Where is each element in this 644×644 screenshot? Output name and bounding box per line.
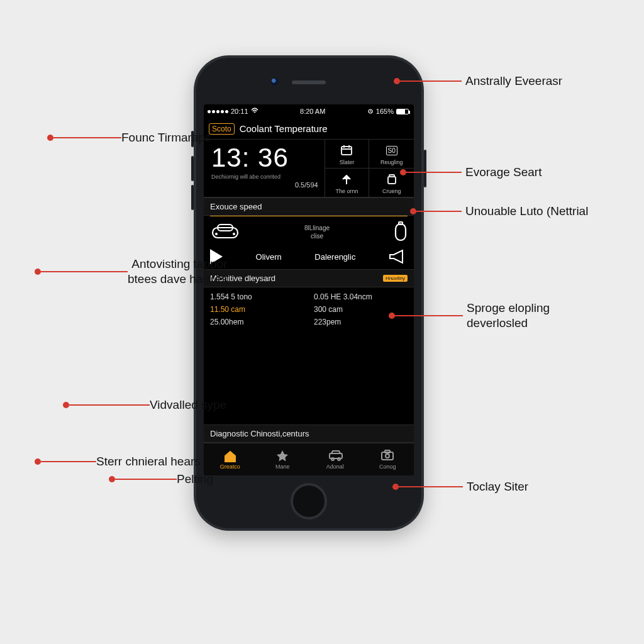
alarm-icon xyxy=(367,108,374,115)
speed-word-left[interactable]: Olivern xyxy=(256,252,282,262)
section-title: Diagnostic Chinosti,centurs xyxy=(210,429,309,438)
speed-panel: 8lLlinage clise Olivern Dalerenglic xyxy=(204,216,414,269)
svg-rect-2 xyxy=(388,177,396,184)
statusbar-battery-pct: 165% xyxy=(376,108,394,115)
statusbar-time-left: 20:11 xyxy=(231,108,248,115)
callout-unou: Unouable Luto (Nettrial xyxy=(410,204,588,219)
volume-up[interactable] xyxy=(191,156,194,181)
tile-label: Slater xyxy=(340,159,355,165)
tile-label: The ornn xyxy=(335,188,358,194)
callout-tocl: Toclay Siter xyxy=(392,479,528,494)
so-box-icon: S0 xyxy=(385,143,399,157)
clock-row: 13: 36 Dechiornig will abe conrited 0.5/… xyxy=(204,140,414,197)
stat-value: 11.50 cam xyxy=(210,305,304,314)
callout-vidv: Vidvalled sype xyxy=(63,397,230,413)
stat-value: 1.554 5 tono xyxy=(210,292,304,301)
status-bar: 20:11 8:20 AM 165% xyxy=(204,104,414,118)
tab-label: Conog xyxy=(379,464,396,470)
svg-rect-8 xyxy=(396,224,406,240)
svg-rect-1 xyxy=(341,147,352,155)
section-title: Exouce speed xyxy=(210,202,262,211)
camera-icon xyxy=(380,450,394,462)
section-badge[interactable]: Hnuvitny xyxy=(383,275,408,282)
tab-favorites[interactable]: Mane xyxy=(257,443,309,475)
clock-panel: 13: 36 Dechiornig will abe conrited 0.5/… xyxy=(204,140,325,197)
svg-rect-3 xyxy=(389,175,394,177)
svg-point-6 xyxy=(215,233,218,235)
callout-sterr: Sterr chnieral hears xyxy=(35,454,204,469)
tab-camera[interactable]: Conog xyxy=(362,443,414,475)
callout-anto: Antovisting tappor btees dave harrres xyxy=(35,257,231,287)
clock-ratio: 0.5/594 xyxy=(211,181,318,189)
phone-frame: 20:11 8:20 AM 165% Scoto Coolant Tempera… xyxy=(194,55,424,531)
wifi-icon xyxy=(251,108,258,115)
battery-icon xyxy=(396,109,409,114)
stat-value: 25.00hem xyxy=(210,318,304,326)
stats-col-left: 1.554 5 tono 11.50 cam 25.00hem xyxy=(210,292,304,326)
tab-home[interactable]: Greatco xyxy=(204,443,257,475)
svg-point-7 xyxy=(233,233,235,235)
section-header-speed: Exouce speed xyxy=(204,197,414,216)
jar-icon xyxy=(385,172,399,186)
phone-screen: 20:11 8:20 AM 165% Scoto Coolant Tempera… xyxy=(204,104,414,475)
megaphone-icon[interactable] xyxy=(389,249,408,264)
stat-value: 0.05 HE 3.04ncm xyxy=(314,292,408,301)
signal-dots-icon xyxy=(208,110,228,113)
clock-value: 13: 36 xyxy=(211,145,318,171)
section-header-monitive: Mionitive dleysard Hnuvitny xyxy=(204,269,414,287)
tab-vehicle[interactable]: Adonal xyxy=(309,443,362,475)
section-header-diag: Diagnostic Chinosti,centurs xyxy=(204,425,414,443)
tile-label: Crueng xyxy=(382,188,401,194)
svg-point-14 xyxy=(386,454,389,458)
home-button[interactable] xyxy=(291,483,327,519)
tile-slater[interactable]: Slater xyxy=(325,140,370,169)
tile-theornn[interactable]: The ornn xyxy=(325,169,370,197)
speed-mid: 8lLlinage clise xyxy=(304,224,330,240)
arrow-up-icon xyxy=(340,172,353,186)
callout-anstr: Anstrally Eveerasr xyxy=(394,74,562,89)
volume-down[interactable] xyxy=(191,185,194,210)
stats-grid: 1.554 5 tono 11.50 cam 25.00hem 0.05 HE … xyxy=(204,287,414,329)
car-icon xyxy=(328,450,342,462)
car-front-icon[interactable] xyxy=(210,223,240,242)
earpiece-speaker xyxy=(292,80,326,84)
statusbar-time-center: 8:20 AM xyxy=(300,108,325,115)
front-camera xyxy=(271,78,279,86)
page-title: Coolant Temperature xyxy=(240,123,328,134)
calendar-icon xyxy=(340,143,353,157)
tab-label: Adonal xyxy=(326,464,344,470)
tab-bar: Greatco Mane Adonal Conog xyxy=(204,443,414,475)
tab-label: Mane xyxy=(275,464,290,470)
tab-label: Greatco xyxy=(220,464,240,470)
cylinder-icon[interactable] xyxy=(394,221,408,243)
app-header: Scoto Coolant Temperature xyxy=(204,118,414,140)
star-icon xyxy=(275,450,289,462)
callout-evor: Evorage Seart xyxy=(400,165,541,180)
home-icon xyxy=(223,450,237,462)
callout-pelt: Pelting xyxy=(109,472,217,487)
speed-word-right[interactable]: Dalerenglic xyxy=(314,252,355,262)
callout-founc: Founc Tirmaraps xyxy=(47,130,215,145)
clock-subtitle: Dechiornig will abe conrited xyxy=(211,174,318,180)
callout-sproge: Sproge elopling deverlosled xyxy=(389,301,550,331)
